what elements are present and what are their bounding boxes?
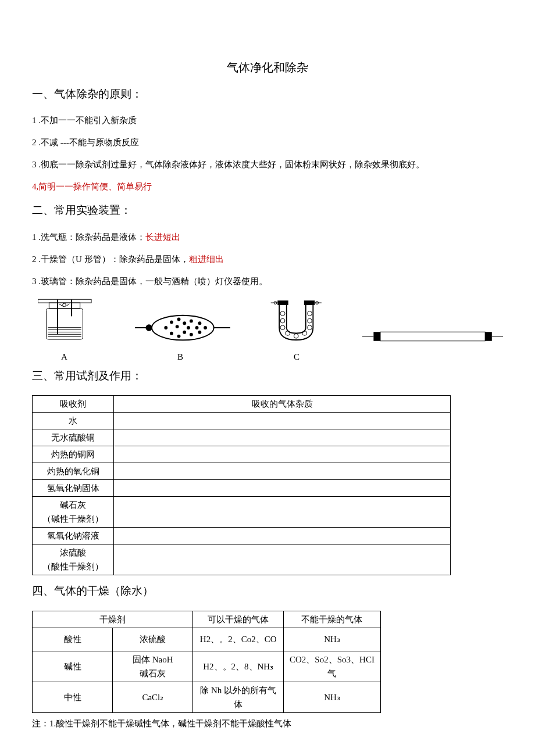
svg-point-26 [190,333,193,336]
page-title: 气体净化和除杂 [32,58,503,77]
section-4-heading: 四、气体的干燥（除水） [32,582,503,600]
section-2-item-1: 1 .洗气瓶：除杂药品是液体；长进短出 [32,230,503,244]
glass-tube-icon [362,328,503,345]
section-2-item-2: 2 .干燥管（U 形管）：除杂药品是固体，粗进细出 [32,252,503,266]
wash-bottle-icon [38,299,100,345]
table-header-row: 干燥剂 可以干燥的气体 不能干燥的气体 [33,611,381,628]
svg-point-18 [170,332,173,335]
svg-point-27 [195,326,198,329]
cell: CO2、So2、So3、HCI 气 [283,651,380,682]
cell: 水 [33,413,114,429]
cell: 无水硫酸铜 [33,429,114,446]
svg-rect-49 [380,332,485,341]
diagram-label-c: C [294,350,375,364]
svg-line-11 [59,304,63,306]
cell: 碱性 [33,651,113,682]
cell [114,413,451,429]
svg-point-29 [198,331,201,334]
section-1-item-1: 1 .不加一一不能引入新杂质 [32,113,503,127]
table-row: 酸性 浓硫酸 H2、。2、Co2、CO NH₃ [33,628,381,651]
svg-point-21 [177,334,180,338]
cell: 中性 [33,682,113,712]
svg-point-43 [302,331,307,335]
drying-tube-icon [135,310,231,345]
cell: 氢氧化钠溶液 [33,528,114,544]
cell: 固体 NaoH 碱石灰 [113,651,193,682]
cell: NH₃ [283,628,380,651]
table-row: 水 [33,413,451,429]
table-row: 碱性 固体 NaoH 碱石灰 H2、。2、8、NH₃ CO2、So2、So3、H… [33,651,381,682]
svg-point-44 [308,325,312,330]
header-cannot-dry: 不能干燥的气体 [283,611,380,628]
table-row: 无水硫酸铜 [33,429,451,446]
cell [114,429,451,446]
diagram-row [32,293,503,345]
cell: 浓硫酸 （酸性干燥剂） [33,544,114,575]
table-row: 氢氧化钠溶液 [33,528,451,544]
cell [114,528,451,544]
cell: 灼热的氧化铜 [33,463,114,480]
cell: 酸性 [33,628,113,651]
table-row: 中性 CaCl₂ 除 Nh 以外的所有气体 NH₃ [33,682,381,712]
svg-point-45 [308,318,312,323]
table-row: 碱石灰 （碱性干燥剂） [33,497,451,528]
svg-point-28 [198,321,201,325]
cell: NH₃ [283,682,380,712]
svg-point-39 [280,318,285,323]
cell: 氢氧化钠固体 [33,480,114,497]
svg-point-38 [280,311,285,316]
section-2-item-2-text: 2 .干燥管（U 形管）：除杂药品是固体， [32,255,189,264]
section-1-item-4: 4,简明一一操作简便、简单易行 [32,180,503,194]
svg-point-24 [187,326,190,329]
header-dryer: 干燥剂 [33,611,193,628]
svg-point-41 [286,331,290,335]
section-1-heading: 一、气体除杂的原则： [32,85,503,103]
table-row: 氢氧化钠固体 [33,480,451,497]
svg-point-46 [308,311,312,316]
cell: H2、。2、8、NH₃ [193,651,284,682]
svg-point-19 [175,325,179,328]
table-header-row: 吸收剂 吸收的气体杂质 [33,396,451,413]
svg-point-25 [190,319,193,323]
table-row: 灼热的氧化铜 [33,463,451,480]
section-1-item-3: 3 .彻底一一除杂试剂过量好，气体除杂液体好，液体浓度大些好，固体粉末网状好，除… [32,157,503,171]
header-absorbent: 吸收剂 [33,396,114,413]
svg-point-16 [164,326,167,329]
cell [114,544,451,575]
section-2-item-1-text: 1 .洗气瓶：除杂药品是液体； [32,232,145,242]
reagent-table: 吸收剂 吸收的气体杂质 水 无水硫酸铜 灼热的铜网 灼热的氧化铜 氢氧化钠固体 … [32,395,451,575]
diagram-labels: A B C [32,350,503,364]
header-can-dry: 可以干燥的气体 [193,611,284,628]
svg-rect-32 [278,300,288,305]
svg-point-42 [294,334,299,338]
cell [114,480,451,497]
svg-point-10 [63,303,66,307]
svg-rect-2 [47,309,83,339]
diagram-label-b: B [177,350,259,364]
section-3-heading: 三、常用试剂及作用： [32,367,503,385]
cell: CaCl₂ [113,682,193,712]
svg-point-20 [177,317,180,321]
svg-rect-48 [373,332,380,341]
section-4-note: 注：1.酸性干燥剂不能干燥碱性气体，碱性干燥剂不能干燥酸性气体 [32,716,503,730]
svg-rect-50 [485,332,492,341]
section-2-heading: 二、常用实验装置： [32,202,503,219]
svg-point-22 [183,321,186,325]
table-row: 灼热的铜网 [33,446,451,463]
section-1-item-2: 2 .不减 ---不能与原物质反应 [32,135,503,149]
cell [114,446,451,463]
cell: 碱石灰 （碱性干燥剂） [33,497,114,528]
cell [114,463,451,480]
svg-point-23 [183,331,186,334]
svg-line-12 [66,304,69,306]
diagram-label-a: A [61,350,142,364]
cell [114,497,451,528]
svg-point-30 [204,326,207,329]
section-2-item-3: 3 .玻璃管：除杂药品是固体，一般与酒精（喷）灯仪器使用。 [32,274,503,288]
svg-point-17 [170,320,173,324]
cell: 灼热的铜网 [33,446,114,463]
table-row: 浓硫酸 （酸性干燥剂） [33,544,451,575]
svg-point-40 [280,325,285,330]
header-gas: 吸收的气体杂质 [114,396,451,413]
svg-rect-33 [304,300,315,305]
